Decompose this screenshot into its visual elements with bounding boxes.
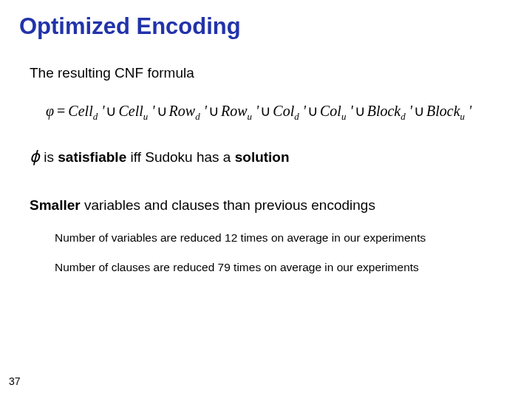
smaller-line: Smaller variables and clauses than previ… [30, 197, 513, 214]
smaller-bold: Smaller [30, 197, 81, 213]
cnf-formula: φ=Celld '∪Cellu '∪Rowd '∪Rowu '∪Cold '∪C… [46, 102, 513, 123]
phi-symbol: ϕ [30, 148, 40, 166]
formula-rhs: Celld '∪Cellu '∪Rowd '∪Rowu '∪Cold '∪Col… [68, 103, 471, 119]
smaller-rest: variables and clauses than previous enco… [81, 197, 375, 213]
equals-sign: = [54, 103, 68, 119]
satisfiable-line: ϕ is satisfiable iff Sudoku has a soluti… [30, 148, 513, 166]
page-number: 37 [9, 375, 21, 387]
formula-lhs: φ [46, 103, 54, 119]
slide-title: Optimized Encoding [19, 13, 513, 40]
sub-line-vars: Number of variables are reduced 12 times… [55, 231, 513, 245]
intro-line: The resulting CNF formula [30, 65, 513, 81]
sat-bold2: solution [235, 149, 290, 165]
sat-mid: iff Sudoku has a [126, 149, 234, 165]
slide: Optimized Encoding The resulting CNF for… [0, 0, 532, 399]
sat-pre: is [40, 149, 58, 165]
sat-bold: satisfiable [58, 149, 126, 165]
sub-line-clauses: Number of clauses are reduced 79 times o… [55, 261, 513, 274]
